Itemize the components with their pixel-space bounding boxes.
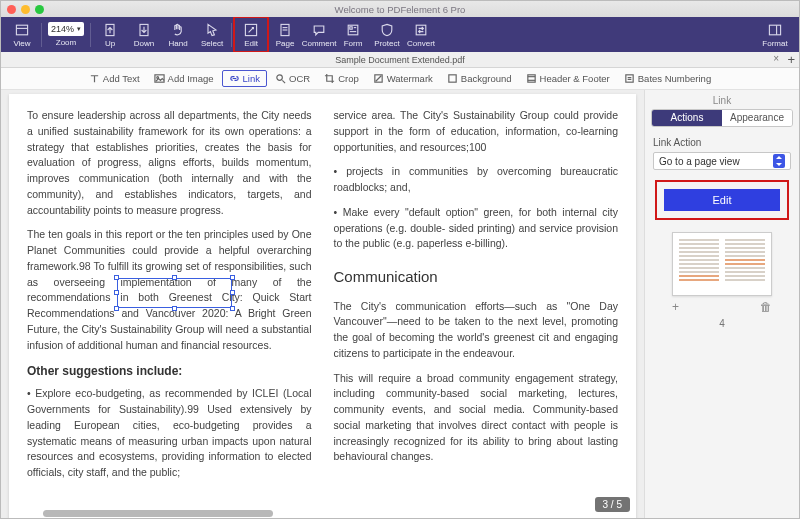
comment-button[interactable]: Comment [302,17,336,52]
separator [231,23,232,47]
page-button[interactable]: Page [268,17,302,52]
horizontal-scrollbar[interactable] [13,509,474,518]
pdf-page: To ensure leadership across all departme… [9,94,636,518]
tab-appearance[interactable]: Appearance [722,110,792,126]
zoom-control[interactable]: 214% ▾ Zoom [48,17,84,52]
close-tab-button[interactable]: × [773,53,779,64]
edit-label: Edit [244,39,258,48]
svg-rect-9 [350,26,352,28]
edit-button[interactable]: Edit [234,17,268,52]
page-thumbnail-area: + 🗑 4 [655,232,789,329]
view-button[interactable]: View [5,17,39,52]
document-tabbar: Sample Document Extended.pdf × + [1,52,799,68]
text-icon [89,73,100,84]
add-tab-button[interactable]: + [787,52,795,67]
convert-icon [413,22,429,38]
link-action-value: Go to a page view [659,156,740,167]
edit-link-button[interactable]: Edit [664,189,780,211]
link-label: Link [243,73,260,84]
selection-handles[interactable] [117,278,232,308]
watermark-icon [373,73,384,84]
section-heading: Communication [334,266,619,289]
crop-button[interactable]: Crop [318,71,365,86]
page-counter: 3 / 5 [595,497,630,512]
bates-label: Bates Numbering [638,73,711,84]
svg-rect-22 [527,75,534,82]
page-icon [277,22,293,38]
convert-button[interactable]: Convert [404,17,438,52]
body-paragraph: service area. The City's Sustainability … [334,108,619,155]
add-image-label: Add Image [168,73,214,84]
main-toolbar: View 214% ▾ Zoom Up Down Hand Select Edi… [1,17,799,52]
svg-rect-12 [416,25,426,35]
add-page-button[interactable]: + [672,300,679,314]
form-label: Form [344,39,363,48]
body-paragraph: • Explore eco-budgeting, as recommended … [27,386,312,481]
bates-icon [624,73,635,84]
bates-button[interactable]: Bates Numbering [618,71,717,86]
app-title: Welcome to PDFelement 6 Pro [1,4,799,15]
ocr-icon [275,73,286,84]
edit-link-highlight: Edit [657,182,787,218]
document-tab[interactable]: Sample Document Extended.pdf [1,55,799,65]
protect-button[interactable]: Protect [370,17,404,52]
zoom-label: Zoom [56,38,76,47]
tab-actions[interactable]: Actions [652,110,722,126]
link-button[interactable]: Link [222,70,267,87]
edit-subtoolbar: Add Text Add Image Link OCR Crop Waterma… [1,68,799,90]
hand-button[interactable]: Hand [161,17,195,52]
background-button[interactable]: Background [441,71,518,86]
down-button[interactable]: Down [127,17,161,52]
up-button[interactable]: Up [93,17,127,52]
header-footer-icon [526,73,537,84]
page-thumbnail[interactable] [672,232,772,296]
comment-label: Comment [302,39,337,48]
format-button[interactable]: Format [755,17,795,52]
watermark-button[interactable]: Watermark [367,71,439,86]
header-footer-label: Header & Footer [540,73,610,84]
image-icon [154,73,165,84]
body-paragraph: • Make every "default option" green, for… [334,205,619,252]
hand-icon [170,22,186,38]
stepper-arrows-icon [773,154,785,168]
main-area: To ensure leadership across all departme… [1,90,799,518]
select-button[interactable]: Select [195,17,229,52]
body-paragraph: • projects in communities by overcoming … [334,164,619,196]
svg-rect-13 [769,25,780,35]
watermark-label: Watermark [387,73,433,84]
convert-label: Convert [407,39,435,48]
zoom-value: 214% [51,24,74,34]
document-viewport[interactable]: To ensure leadership across all departme… [1,90,644,518]
crop-label: Crop [338,73,359,84]
add-image-button[interactable]: Add Image [148,71,220,86]
background-icon [447,73,458,84]
delete-page-button[interactable]: 🗑 [760,300,772,314]
add-text-button[interactable]: Add Text [83,71,146,86]
svg-point-17 [277,75,283,81]
format-icon [767,22,783,38]
down-label: Down [134,39,154,48]
background-label: Background [461,73,512,84]
link-action-label: Link Action [653,137,791,148]
link-icon [229,73,240,84]
section-heading: Other suggestions include: [27,362,312,380]
body-paragraph: This will require a broad community enga… [334,371,619,466]
format-label: Format [762,39,787,48]
panel-tabs: Actions Appearance [651,109,793,127]
arrow-up-icon [102,22,118,38]
select-label: Select [201,39,223,48]
panel-title: Link [645,90,799,109]
add-text-label: Add Text [103,73,140,84]
header-footer-button[interactable]: Header & Footer [520,71,616,86]
arrow-down-icon [136,22,152,38]
svg-rect-0 [16,25,27,35]
ocr-label: OCR [289,73,310,84]
body-paragraph: The City's communication efforts—such as… [334,299,619,362]
up-label: Up [105,39,115,48]
svg-rect-21 [449,75,456,82]
svg-line-18 [282,80,285,83]
form-button[interactable]: Form [336,17,370,52]
ocr-button[interactable]: OCR [269,71,316,86]
cursor-icon [204,22,220,38]
link-action-select[interactable]: Go to a page view [653,152,791,170]
